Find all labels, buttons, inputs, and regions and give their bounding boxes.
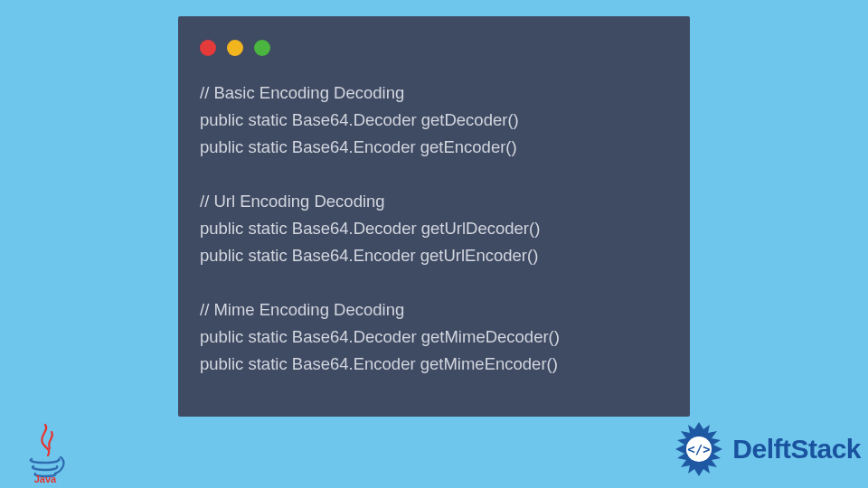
maximize-icon	[254, 40, 270, 56]
code-snippet: // Basic Encoding Decoding public static…	[200, 80, 668, 378]
delftstack-logo: </> DelftStack	[667, 418, 861, 481]
window-controls	[200, 40, 668, 56]
minimize-icon	[227, 40, 243, 56]
code-window: // Basic Encoding Decoding public static…	[178, 16, 690, 417]
java-label: Java	[33, 474, 56, 483]
close-icon	[200, 40, 216, 56]
java-logo: Java	[20, 423, 70, 483]
svg-text:</>: </>	[688, 442, 711, 456]
delftstack-label: DelftStack	[732, 434, 861, 465]
delftstack-icon: </>	[667, 418, 731, 481]
